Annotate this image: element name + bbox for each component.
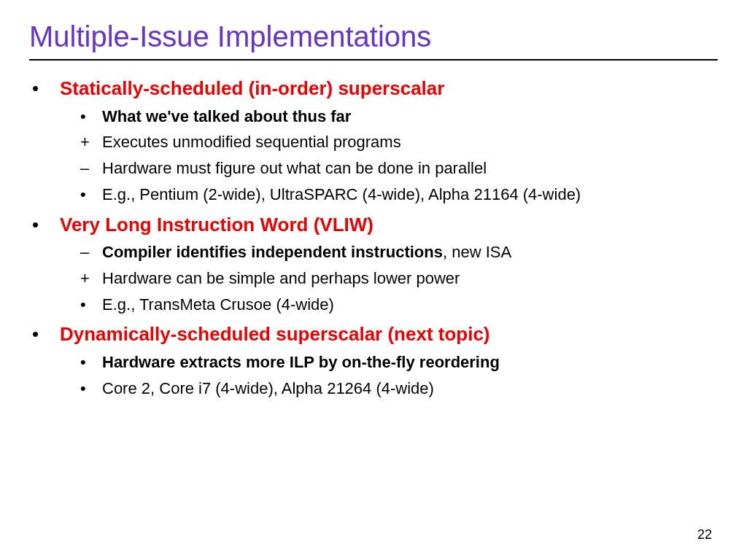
section-heading-3: • Dynamically-scheduled superscalar (nex…: [32, 322, 718, 347]
bullet-icon: •: [32, 322, 60, 347]
list-item: • E.g., Pentium (2-wide), UltraSPARC (4-…: [80, 184, 718, 206]
item-text: Core 2, Core i7 (4-wide), Alpha 21264 (4…: [102, 378, 434, 400]
section-heading-2: • Very Long Instruction Word (VLIW): [32, 213, 718, 238]
list-item: + Hardware can be simple and perhaps low…: [80, 268, 718, 289]
item-text: Hardware extracts more ILP by on-the-fly…: [102, 351, 500, 373]
bullet-icon: •: [80, 351, 102, 373]
slide-title: Multiple-Issue Implementations: [29, 20, 718, 53]
heading-text: Dynamically-scheduled superscalar (next …: [60, 322, 490, 347]
list-item: • E.g., TransMeta Crusoe (4-wide): [80, 294, 718, 316]
plus-icon: +: [80, 131, 102, 153]
bullet-icon: •: [80, 378, 102, 400]
section-heading-1: • Statically-scheduled (in-order) supers…: [32, 77, 718, 101]
list-item: + Executes unmodified sequential program…: [80, 131, 718, 153]
bullet-icon: •: [32, 77, 60, 101]
bullet-icon: •: [80, 294, 102, 316]
item-text: Hardware can be simple and perhaps lower…: [102, 268, 460, 289]
item-text: Hardware must figure out what can be don…: [102, 158, 487, 179]
plus-icon: +: [80, 268, 102, 289]
section-1-items: • What we've talked about thus far + Exe…: [80, 106, 718, 206]
list-item: • Hardware extracts more ILP by on-the-f…: [80, 351, 718, 373]
slide-container: Multiple-Issue Implementations • Statica…: [0, 0, 747, 560]
bullet-icon: •: [80, 184, 102, 206]
list-item: • What we've talked about thus far: [80, 106, 718, 128]
page-number: 22: [697, 527, 712, 542]
minus-icon: –: [80, 158, 102, 179]
bullet-icon: •: [80, 106, 102, 128]
title-underline: [29, 59, 718, 61]
item-text: E.g., TransMeta Crusoe (4-wide): [102, 294, 334, 316]
slide-content: • Statically-scheduled (in-order) supers…: [29, 77, 718, 400]
item-text: E.g., Pentium (2-wide), UltraSPARC (4-wi…: [102, 184, 581, 206]
section-3-items: • Hardware extracts more ILP by on-the-f…: [80, 351, 718, 399]
list-item: • Core 2, Core i7 (4-wide), Alpha 21264 …: [80, 378, 718, 400]
item-text: Compiler identifies independent instruct…: [102, 241, 511, 263]
heading-text: Statically-scheduled (in-order) supersca…: [60, 77, 444, 101]
list-item: – Compiler identifies independent instru…: [80, 241, 718, 263]
list-item: – Hardware must figure out what can be d…: [80, 158, 718, 179]
item-text: Executes unmodified sequential programs: [102, 131, 401, 153]
bullet-icon: •: [32, 213, 60, 238]
section-2-items: – Compiler identifies independent instru…: [80, 241, 718, 315]
minus-icon: –: [80, 241, 102, 263]
item-text: What we've talked about thus far: [102, 106, 351, 128]
heading-text: Very Long Instruction Word (VLIW): [60, 213, 374, 238]
